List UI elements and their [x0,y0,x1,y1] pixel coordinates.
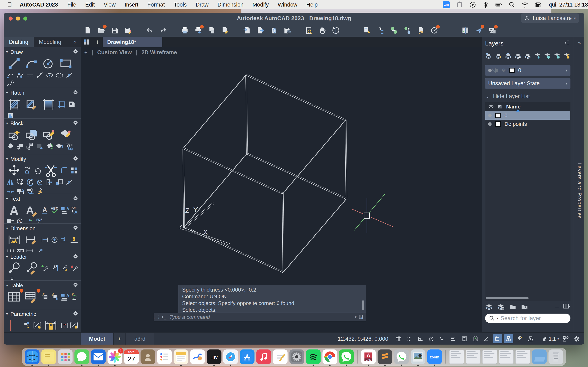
menu-insert[interactable]: Insert [125,2,138,8]
section-gear-icon[interactable] [72,282,79,289]
edit-hatch-tool[interactable] [23,98,39,111]
edit-text-tool[interactable]: A [23,203,39,217]
section-header-block[interactable]: ▾Block [6,119,79,127]
layer-table-header[interactable]: Name [485,102,570,111]
section-gear-icon[interactable] [72,48,79,56]
dock-minimized-window-2[interactable] [466,350,481,364]
leader-lightning-tool[interactable] [60,264,69,273]
edit-attributes-tool[interactable] [58,128,73,142]
stretch-tool[interactable] [45,178,54,187]
unisolate-layer-icon[interactable] [524,52,531,60]
menu-help[interactable]: Help [306,2,318,8]
txt-to-mtxt-tool[interactable]: A [6,218,15,224]
lengthen-tool[interactable] [65,178,73,187]
scale-tool[interactable] [55,178,64,187]
dock-spotify[interactable] [306,350,321,364]
menu-window[interactable]: Window [278,2,297,8]
new-layer-icon[interactable] [485,303,493,310]
tunnel-icon[interactable] [456,1,463,8]
dock-chrome[interactable] [323,350,337,364]
grid-display-toggle[interactable] [394,334,403,343]
freeze-layer-icon[interactable]: ❄ [534,52,541,60]
dock-stickies[interactable] [42,350,56,364]
trim-tool[interactable] [43,164,59,177]
dock-finder[interactable] [25,350,40,364]
dimension-continue-tool[interactable] [6,247,15,252]
sync-attributes-tool[interactable] [45,142,54,151]
section-header-draw[interactable]: ▾Draw [6,48,79,56]
group-button[interactable] [389,26,398,35]
layer-on-icon[interactable] [488,122,492,126]
break-tool[interactable] [65,71,73,80]
gradient-tool[interactable] [40,98,56,111]
menu-file[interactable]: File [67,2,76,8]
revision-cloud-tool[interactable] [55,71,64,80]
dock-system-settings[interactable] [290,350,304,364]
section-header-table[interactable]: ▾Table [6,282,79,289]
command-scrollbar[interactable] [362,300,364,310]
pan-button[interactable] [318,26,327,35]
region-tool[interactable] [67,100,76,108]
quick-select-button[interactable] [376,26,385,35]
spotlight-search-icon[interactable] [508,1,515,8]
line-tool[interactable] [6,57,22,70]
layer-row-0[interactable]: 0 [485,111,570,120]
ellipse-tool[interactable] [45,71,54,80]
dock-safari[interactable] [223,350,238,364]
insert-block-tool[interactable] [23,128,39,142]
layer-search-input[interactable]: ▾ Search for layer [485,314,571,323]
zoom-window-button[interactable] [305,26,313,35]
menu-draw[interactable]: Draw [196,2,208,8]
dock-minimized-window-5[interactable] [516,350,530,364]
new-file-button[interactable] [83,26,92,35]
ortho-mode-toggle[interactable] [416,334,425,343]
lineweight-toggle[interactable] [449,334,458,343]
spline-tool[interactable] [6,80,15,88]
undo-button[interactable] [145,26,154,35]
view-control[interactable]: Custom View [97,49,132,56]
command-history[interactable]: Specify thickness <0.000>: -0.2Command: … [178,285,366,313]
explode-tool[interactable] [35,178,44,187]
tolerance-tool[interactable]: .1 [16,247,25,252]
arc-tool[interactable] [23,57,39,70]
dock-sublime-text[interactable] [378,350,392,364]
dock-zoom[interactable]: zoom [427,350,442,364]
new-property-filter-icon[interactable] [521,303,528,310]
fillet-tool[interactable] [60,166,69,175]
dock-contacts[interactable] [141,350,155,364]
markup-import-button[interactable] [488,26,497,35]
app-menu-title[interactable]: AutoCAD 2023 [20,2,58,8]
palette-collapse-button[interactable]: « [69,37,81,47]
pdf-text-settings-tool[interactable]: PDF [35,218,44,224]
hatch-tool[interactable] [6,98,22,111]
layout-grid-icon[interactable] [81,37,92,47]
command-drag-handle[interactable]: ⋮⋮ [154,315,159,319]
apple-menu-icon[interactable]:  [7,1,12,8]
new-layout-button[interactable]: + [113,333,126,345]
user-account-button[interactable]: Luisa Lancastre ▾ [521,13,579,23]
dimension-jogged-tool[interactable] [70,235,78,244]
redo-button[interactable] [159,26,167,35]
annotation-scale-control[interactable]: 1:1 ▾ [541,333,559,345]
dock-preview-image[interactable] [411,350,425,364]
block-table-tool[interactable] [16,142,25,151]
layer-color-swatch[interactable] [495,121,501,127]
ungroup-button[interactable] [403,26,412,35]
arc-3-point-tool[interactable] [6,71,15,80]
wifi-icon[interactable] [521,1,528,8]
new-drawing-tab-button[interactable]: + [92,37,103,47]
dimension-update-tool[interactable] [26,247,34,252]
menu-edit[interactable]: Edit [85,2,95,8]
visual-style-control[interactable]: 2D Wireframe [141,49,177,56]
remove-leader-tool[interactable] [70,264,78,273]
add-leader-tool[interactable] [40,264,49,273]
control-center-icon[interactable] [535,1,541,8]
dock-whatsapp[interactable] [339,350,354,364]
multileader-tool[interactable] [6,262,22,275]
snap-mode-toggle[interactable] [405,334,414,343]
osnap-override-toggle[interactable] [515,334,524,343]
move-tool[interactable] [6,164,22,177]
attribute-display-tool[interactable] [55,142,64,151]
columns-icon[interactable] [563,303,571,310]
tab-modeling[interactable]: Modeling [34,37,67,47]
